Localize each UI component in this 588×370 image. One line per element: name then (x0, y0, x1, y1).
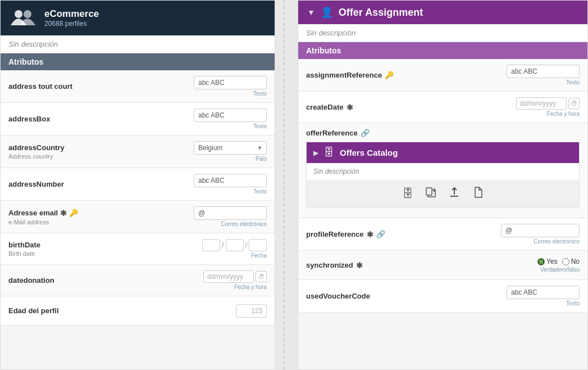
addressnumber-input[interactable] (194, 174, 267, 187)
offers-catalog-panel: ▶ 🗄 Offers Catalog Sin descripción 🗄 (306, 142, 580, 207)
required-star-icon: ✱ (356, 261, 363, 270)
link-icon: 🔗 (361, 129, 370, 137)
sub-panel-actions: 🗄 (307, 181, 579, 207)
radio-yes-option[interactable]: Yes (537, 258, 558, 265)
right-attr-row-offerreference: offerReference 🔗 ▶ 🗄 Offers Catalog Sin … (298, 123, 587, 218)
birth-year-input[interactable] (249, 239, 267, 251)
attr-type-label: País (256, 156, 267, 162)
sub-panel-title: Offers Catalog (340, 148, 398, 157)
attr-type-label: Verdadero/falso (540, 267, 580, 273)
attr-name: Adresse email ✱ 🔑 (8, 209, 121, 218)
addresscountry-select-wrapper: Belgium (194, 141, 267, 155)
attr-type-label: Texto (253, 123, 267, 129)
address-tout-court-input[interactable] (194, 76, 267, 89)
left-panel: eCommerce 20688 perfiles Sin descripción… (0, 0, 275, 370)
attr-type-label: Correo electrónico (221, 221, 267, 227)
panel-title: Offer Assignment (339, 7, 423, 19)
addresscountry-select[interactable]: Belgium (194, 141, 267, 155)
attr-type-label: Texto (253, 91, 267, 97)
attr-row-datedonation: datedonation ⏱ Fecha y hora (1, 265, 275, 296)
required-star-icon: ✱ (367, 230, 373, 239)
sub-panel-description: Sin descripción (307, 163, 579, 181)
app-title: eCommerce (44, 8, 99, 20)
attr-row-adresse-email: Adresse email ✱ 🔑 e-Mail address Correo … (1, 201, 275, 233)
attr-row-birthdate: birthDate Birth date / / Fecha (1, 233, 275, 265)
clock-icon[interactable]: ⏱ (568, 98, 580, 109)
key-icon: 🔑 (69, 209, 78, 217)
right-attr-row-profilereference: profileReference ✱ 🔗 Correo electrónico (298, 218, 587, 251)
attr-type-label: Fecha y hora (547, 111, 580, 117)
radio-no-input[interactable] (562, 258, 569, 265)
avatar-icon (10, 7, 37, 29)
right-attr-row-createdate: createDate ✱ ⏱ Fecha y hora (298, 92, 587, 123)
svg-point-0 (15, 10, 22, 18)
left-header: eCommerce 20688 perfiles (1, 1, 275, 35)
attr-sub: e-Mail address (8, 219, 121, 225)
right-panel: ▼ 👤 Offer Assignment Sin descripción Atr… (298, 0, 588, 370)
attr-row-address-tout-court: address tout court Texto (1, 70, 275, 103)
sub-panel-header: ▶ 🗄 Offers Catalog (307, 142, 579, 163)
separator (275, 0, 292, 370)
svg-rect-2 (426, 188, 432, 195)
email-input[interactable] (194, 206, 267, 220)
app-title-block: eCommerce 20688 perfiles (44, 8, 99, 28)
required-star-icon: ✱ (60, 209, 67, 218)
assignment-ref-input[interactable] (507, 65, 580, 78)
attr-type-label: Texto (566, 300, 580, 306)
used-voucher-code-input[interactable] (507, 286, 580, 299)
attr-type-label: Correo electrónico (534, 238, 580, 245)
birth-day-input[interactable] (202, 239, 220, 251)
attr-row-addressnumber: addressNumber Texto (1, 168, 275, 201)
datedonation-input-group: ⏱ (203, 270, 267, 283)
right-header: ▼ 👤 Offer Assignment (298, 1, 587, 24)
attr-name: addressBox (8, 115, 121, 123)
sub-chevron-right-icon[interactable]: ▶ (313, 149, 318, 157)
profile-reference-input[interactable] (501, 224, 580, 237)
left-section-header: Atributos (1, 53, 275, 70)
addressbox-input[interactable] (194, 109, 267, 122)
database-action-icon[interactable]: 🗄 (402, 187, 413, 200)
key-icon: 🔑 (385, 71, 394, 79)
clock-icon[interactable]: ⏱ (256, 271, 267, 282)
right-description: Sin descripción (298, 24, 587, 42)
left-description: Sin descripción (1, 35, 275, 53)
attr-sub: Birth date (8, 250, 121, 257)
database-icon: 🗄 (324, 147, 334, 159)
attr-row-addresscountry: addressCountry Address country Belgium P… (1, 136, 275, 168)
right-section-header: Atributos (298, 42, 587, 59)
app-subtitle: 20688 perfiles (44, 20, 99, 28)
attr-row-edad: Edad del perfil (1, 296, 275, 326)
right-attr-row-synchronized: synchronized ✱ Yes No Verdadero/falso (298, 251, 587, 280)
radio-no-option[interactable]: No (562, 258, 580, 265)
attr-type-label: Texto (253, 188, 267, 195)
attr-type-label: Fecha (251, 252, 267, 259)
required-star-icon: ✱ (347, 103, 353, 112)
chevron-down-icon[interactable]: ▼ (307, 8, 315, 17)
export-action-icon[interactable] (425, 186, 437, 201)
attr-name: addressCountry (8, 143, 121, 152)
svg-point-1 (24, 10, 31, 18)
createdate-input-group: ⏱ (516, 97, 580, 110)
attr-name: address tout court (8, 82, 121, 91)
datedonation-input[interactable] (203, 270, 254, 283)
attr-sub: Address country (8, 153, 121, 160)
createdate-input[interactable] (516, 97, 567, 110)
edad-input[interactable] (236, 304, 267, 318)
attr-type-label: Texto (566, 79, 580, 85)
upload-action-icon[interactable] (448, 186, 461, 201)
synchronized-radio-group: Yes No (537, 258, 580, 265)
attr-row-addressbox: addressBox Texto (1, 103, 275, 136)
attr-name: Edad del perfil (8, 306, 121, 315)
attr-name: datedonation (8, 276, 121, 285)
right-attr-row-usedvouchercode: usedVoucherCode Texto (298, 280, 587, 313)
link-icon: 🔗 (376, 230, 385, 238)
attr-name: addressNumber (8, 180, 121, 188)
birthdate-input-group: / / (202, 239, 267, 251)
attr-type-label: Fecha y hora (234, 284, 267, 290)
assign-icon: 👤 (321, 6, 333, 19)
attr-name: birthDate (8, 241, 121, 249)
birth-month-input[interactable] (226, 239, 244, 251)
radio-yes-input[interactable] (537, 258, 545, 265)
file-action-icon[interactable] (472, 186, 484, 201)
right-attr-row-assignmentreference: assignmentReference 🔑 Texto (298, 59, 587, 92)
